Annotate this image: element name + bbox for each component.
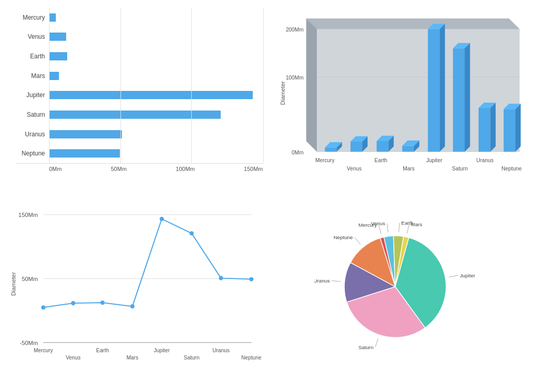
- svg-marker-40: [503, 109, 515, 152]
- bar-x-tick: 0Mm: [49, 166, 62, 172]
- svg-point-59: [249, 277, 253, 281]
- line-svg: 150Mm 50Mm -50Mm Diameter Mer: [5, 204, 263, 369]
- bar-fill: [49, 130, 122, 138]
- col3d-svg: Diameter 0Mm 100Mm 200Mm Mercury Venus: [273, 8, 531, 173]
- svg-text:Neptune: Neptune: [241, 355, 262, 360]
- svg-text:150Mm: 150Mm: [19, 211, 38, 217]
- bar-label: Earth: [16, 53, 49, 60]
- svg-marker-12: [325, 147, 336, 151]
- bar-x-tick: 100Mm: [176, 166, 195, 172]
- svg-text:Diameter: Diameter: [10, 272, 17, 295]
- bar-x-tick: 150Mm: [244, 166, 263, 172]
- pie-label-uranus: Uranus: [314, 278, 330, 284]
- bar-fill: [49, 91, 253, 99]
- svg-text:Earth: Earth: [374, 158, 387, 163]
- svg-text:Saturn: Saturn: [184, 355, 200, 360]
- svg-text:Mars: Mars: [403, 166, 415, 171]
- bar-row: Jupiter: [16, 89, 263, 101]
- bar-rows: Mercury Venus Earth Mars Jupiter Saturn …: [16, 8, 263, 164]
- svg-point-58: [219, 276, 223, 280]
- pie-label-saturn: Saturn: [358, 344, 373, 350]
- svg-text:Diameter: Diameter: [280, 81, 286, 105]
- bar-chart-container: Mercury Venus Earth Mars Jupiter Saturn …: [5, 8, 263, 173]
- svg-point-57: [190, 231, 194, 235]
- pie-label-venus: Venus: [371, 221, 385, 226]
- bar-label: Uranus: [16, 131, 49, 138]
- pie-label-line-mercury: [378, 225, 381, 233]
- bar-fill: [49, 13, 56, 22]
- svg-marker-33: [465, 43, 470, 152]
- bar-track: [49, 33, 263, 41]
- svg-point-55: [130, 304, 134, 308]
- svg-text:Mercury: Mercury: [34, 347, 53, 353]
- svg-text:Venus: Venus: [66, 355, 81, 360]
- bar-row: Mercury: [16, 11, 263, 24]
- line-chart-container: 150Mm 50Mm -50Mm Diameter Mer: [5, 204, 263, 369]
- svg-marker-41: [515, 104, 520, 152]
- bar-label: Saturn: [16, 111, 49, 118]
- pie-label-line-saturn: [375, 338, 378, 347]
- svg-text:Earth: Earth: [96, 347, 109, 353]
- bar-row: Neptune: [16, 147, 263, 160]
- svg-text:Mercury: Mercury: [315, 158, 334, 163]
- bar-label: Mars: [16, 72, 49, 80]
- bar-row: Mars: [16, 70, 263, 82]
- svg-point-53: [71, 301, 75, 305]
- svg-text:100Mm: 100Mm: [285, 75, 303, 81]
- bar-fill: [49, 72, 59, 80]
- bar-fill: [49, 33, 66, 41]
- svg-text:Venus: Venus: [347, 166, 362, 171]
- bar-track: [49, 72, 263, 80]
- pie-chart-panel: MercuryVenusEarthMarsJupiterSaturnUranus…: [268, 196, 537, 393]
- svg-point-52: [41, 305, 45, 309]
- bar-fill: [49, 149, 120, 158]
- bar-chart-area: Mercury Venus Earth Mars Jupiter Saturn …: [16, 8, 263, 173]
- pie-label-mars: Mars: [411, 222, 422, 227]
- pie-label-line-jupiter: [449, 275, 458, 277]
- bar-label: Venus: [16, 33, 49, 40]
- pie-label-line-uranus: [331, 280, 341, 281]
- svg-marker-20: [376, 141, 388, 152]
- line-chart-panel: 150Mm 50Mm -50Mm Diameter Mer: [0, 196, 268, 393]
- pie-label-line-neptune: [355, 237, 360, 244]
- svg-text:Saturn: Saturn: [452, 166, 468, 171]
- pie-label-line-venus: [387, 223, 388, 232]
- bar-x-tick: 50Mm: [111, 166, 127, 172]
- bar-row: Uranus: [16, 128, 263, 140]
- svg-text:200Mm: 200Mm: [285, 27, 303, 33]
- svg-text:Uranus: Uranus: [476, 158, 493, 163]
- svg-text:50Mm: 50Mm: [22, 275, 38, 281]
- bar-fill: [49, 52, 67, 60]
- pie-svg: MercuryVenusEarthMarsJupiterSaturnUranus…: [314, 209, 490, 364]
- svg-marker-28: [427, 29, 439, 151]
- bar-label: Jupiter: [16, 91, 49, 99]
- bar-fill: [49, 111, 221, 119]
- svg-point-56: [160, 216, 164, 221]
- svg-marker-24: [402, 146, 414, 151]
- dashboard: Mercury Venus Earth Mars Jupiter Saturn …: [0, 0, 536, 392]
- svg-text:-50Mm: -50Mm: [20, 339, 38, 346]
- svg-marker-36: [478, 108, 490, 152]
- svg-text:Mars: Mars: [127, 355, 139, 360]
- svg-point-54: [100, 300, 104, 304]
- svg-marker-29: [439, 24, 445, 152]
- pie-label-jupiter: Jupiter: [460, 272, 475, 278]
- bar-track: [49, 52, 263, 60]
- svg-text:Jupiter: Jupiter: [426, 158, 442, 163]
- bar-track: [49, 13, 263, 22]
- bar-chart-panel: Mercury Venus Earth Mars Jupiter Saturn …: [0, 0, 268, 196]
- col3d-chart-panel: Diameter 0Mm 100Mm 200Mm Mercury Venus: [268, 0, 537, 196]
- col3d-container: Diameter 0Mm 100Mm 200Mm Mercury Venus: [273, 8, 531, 173]
- bar-row: Earth: [16, 50, 263, 62]
- svg-text:Neptune: Neptune: [501, 166, 522, 171]
- bar-track: [49, 111, 263, 119]
- bar-track: [49, 130, 263, 138]
- bar-x-axis: 0Mm50Mm100Mm150Mm: [49, 164, 263, 172]
- pie-label-line-earth: [399, 223, 399, 232]
- bar-label: Neptune: [16, 150, 49, 157]
- svg-marker-32: [453, 48, 465, 151]
- bar-track: [49, 149, 263, 158]
- svg-text:Uranus: Uranus: [212, 347, 229, 353]
- pie-container: MercuryVenusEarthMarsJupiterSaturnUranus…: [273, 204, 531, 369]
- svg-marker-16: [350, 142, 362, 152]
